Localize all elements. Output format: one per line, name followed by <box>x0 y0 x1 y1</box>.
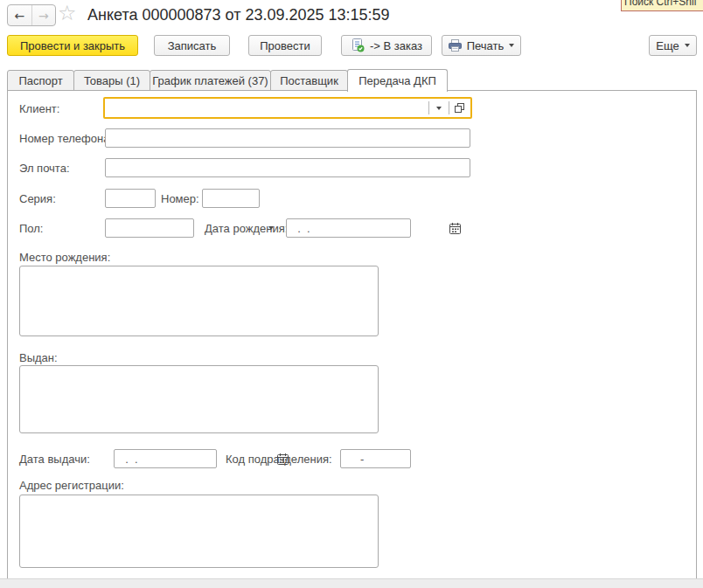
favorite-star-icon[interactable]: ☆ <box>58 1 77 25</box>
phone-input[interactable] <box>105 128 470 148</box>
client-dropdown-button[interactable] <box>429 99 449 117</box>
save-label: Записать <box>168 39 217 52</box>
number-input[interactable] <box>202 189 260 208</box>
open-form-icon <box>455 103 465 114</box>
history-nav: ← → <box>7 4 56 26</box>
tab-payment-schedule[interactable]: График платежей (37) <box>150 70 271 92</box>
printer-icon <box>449 39 462 52</box>
gender-label: Пол: <box>19 222 44 235</box>
more-dropdown-icon <box>685 44 690 47</box>
dept-code-input[interactable] <box>340 449 411 468</box>
reg-address-label: Адрес регистрации: <box>19 479 124 492</box>
more-label: Еще <box>656 39 679 52</box>
forward-icon[interactable]: → <box>32 5 56 25</box>
search-hint-tooltip: Поиск Ctrl+Shif <box>621 0 703 11</box>
phone-label: Номер телефона: <box>19 132 113 145</box>
tab-passport[interactable]: Паспорт <box>7 70 74 92</box>
reg-address-textarea[interactable] <box>19 495 379 568</box>
post-and-close-button[interactable]: Провести и закрыть <box>7 35 138 56</box>
client-open-button[interactable] <box>449 99 470 117</box>
chevron-down-icon <box>436 107 442 110</box>
issue-date-field <box>114 449 217 468</box>
document-form-window: ← → ☆ Анкета 000000873 от 23.09.2025 13:… <box>0 0 703 588</box>
print-label: Печать <box>467 39 505 52</box>
client-input[interactable] <box>105 99 428 117</box>
to-order-label: -> В заказ <box>370 39 422 52</box>
email-input[interactable] <box>105 158 470 177</box>
post-label: Провести <box>260 39 310 52</box>
window-bottom-strip <box>0 578 703 588</box>
tab-bar: Паспорт Товары (1) График платежей (37) … <box>7 69 448 92</box>
client-field <box>103 97 472 119</box>
more-button[interactable]: Еще <box>649 35 697 56</box>
post-and-close-label: Провести и закрыть <box>20 39 125 52</box>
page-title: Анкета 000000873 от 23.09.2025 13:15:59 <box>87 6 390 24</box>
birth-date-calendar-button[interactable] <box>449 219 461 237</box>
tab-supplier[interactable]: Поставщик <box>270 70 348 92</box>
dept-code-label: Код подразделения: <box>226 453 332 466</box>
client-label: Клиент: <box>19 102 59 115</box>
birth-date-field <box>286 218 411 238</box>
gender-field <box>105 218 194 238</box>
issued-by-label: Выдан: <box>19 351 58 364</box>
back-icon[interactable]: ← <box>8 5 32 25</box>
save-button[interactable]: Записать <box>154 35 230 56</box>
document-check-icon <box>351 38 365 52</box>
print-button[interactable]: Печать <box>442 35 521 56</box>
tab-goods[interactable]: Товары (1) <box>73 70 150 92</box>
birth-place-label: Место рождения: <box>19 251 110 264</box>
calendar-icon <box>449 223 461 234</box>
series-input[interactable] <box>105 189 156 208</box>
birth-place-textarea[interactable] <box>19 266 379 336</box>
email-label: Эл почта: <box>19 162 70 175</box>
print-dropdown-icon <box>509 44 514 47</box>
birth-date-label: Дата рождения: <box>205 222 288 235</box>
series-label: Серия: <box>19 192 56 205</box>
number-label: Номер: <box>161 192 199 205</box>
issue-date-label: Дата выдачи: <box>19 453 90 466</box>
birth-date-input[interactable] <box>287 219 449 237</box>
tab-transfer-dkp[interactable]: Передача ДКП <box>347 69 448 92</box>
post-button[interactable]: Провести <box>248 35 322 56</box>
issued-by-textarea[interactable] <box>19 365 379 433</box>
search-hint-text: Поиск Ctrl+Shif <box>624 0 703 8</box>
to-order-button[interactable]: -> В заказ <box>341 35 432 56</box>
